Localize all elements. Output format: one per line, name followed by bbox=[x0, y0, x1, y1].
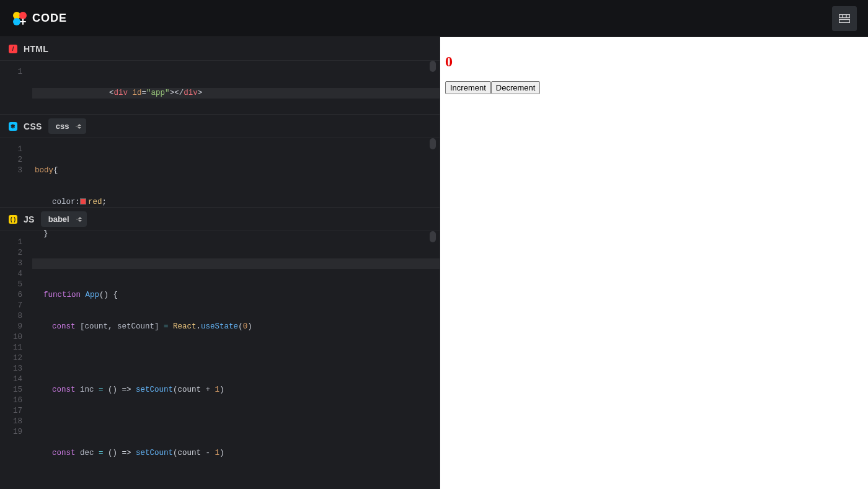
header: CODE bbox=[0, 0, 868, 37]
increment-button[interactable]: Increment bbox=[445, 81, 491, 94]
svg-rect-8 bbox=[839, 19, 850, 22]
line-number: 3 bbox=[0, 258, 22, 269]
line-number: 2 bbox=[0, 248, 22, 258]
line-number: 17 bbox=[0, 406, 22, 416]
preview-pane: 0 Increment Decrement bbox=[440, 37, 868, 489]
html-editor[interactable]: 1 <div id="app"></div> bbox=[0, 61, 440, 114]
line-number: 7 bbox=[0, 301, 22, 311]
line-number: 2 bbox=[0, 155, 22, 165]
preview-buttons: Increment Decrement bbox=[445, 81, 863, 94]
line-number: 3 bbox=[0, 165, 22, 176]
line-number: 18 bbox=[0, 416, 22, 427]
main-area: / HTML 1 <div id="app"></div> bbox=[0, 37, 868, 489]
scrollbar-thumb[interactable] bbox=[430, 138, 436, 149]
css-lang-icon: ✱ bbox=[9, 122, 17, 131]
svg-rect-5 bbox=[839, 14, 850, 17]
html-code[interactable]: <div id="app"></div> bbox=[27, 61, 440, 114]
svg-point-2 bbox=[13, 18, 20, 25]
panel-html-header[interactable]: / HTML bbox=[0, 37, 440, 61]
scrollbar-thumb[interactable] bbox=[430, 231, 436, 242]
svg-point-1 bbox=[19, 12, 27, 19]
line-number: 16 bbox=[0, 395, 22, 406]
line-number: 4 bbox=[0, 269, 22, 280]
preview-count: 0 bbox=[445, 53, 863, 70]
js-select-value: babel bbox=[48, 214, 69, 224]
editors-column: / HTML 1 <div id="app"></div> bbox=[0, 37, 440, 489]
line-number: 6 bbox=[0, 290, 22, 301]
logo-text: CODE bbox=[32, 12, 67, 25]
panel-js-title: JS bbox=[24, 214, 35, 224]
logo-icon bbox=[11, 10, 29, 27]
chevron-up-down-icon bbox=[78, 124, 81, 129]
line-number: 1 bbox=[0, 237, 22, 248]
chevron-up-down-icon bbox=[78, 217, 82, 222]
html-gutter: 1 bbox=[0, 61, 27, 114]
line-number: 10 bbox=[0, 332, 22, 343]
line-number: 14 bbox=[0, 374, 22, 385]
layout-toggle-button[interactable] bbox=[832, 6, 857, 31]
panel-html-title: HTML bbox=[24, 44, 48, 54]
css-gutter: 1 2 3 bbox=[0, 138, 27, 207]
line-number: 13 bbox=[0, 364, 22, 374]
line-number: 1 bbox=[0, 144, 22, 155]
html-lang-icon: / bbox=[9, 45, 17, 53]
css-code[interactable]: body{ color:red; } bbox=[27, 138, 440, 207]
line-number: 1 bbox=[0, 67, 22, 77]
js-gutter: 1 2 3 4 5 6 7 8 9 10 11 12 13 14 bbox=[0, 231, 27, 489]
js-lang-icon: ( ) bbox=[9, 215, 17, 224]
line-number: 8 bbox=[0, 311, 22, 322]
line-number: 19 bbox=[0, 427, 22, 438]
decrement-button[interactable]: Decrement bbox=[491, 81, 541, 94]
line-number: 12 bbox=[0, 353, 22, 364]
js-code[interactable]: function App() { const [count, setCount]… bbox=[27, 231, 440, 489]
line-number: 11 bbox=[0, 343, 22, 353]
css-select-value: css bbox=[56, 121, 69, 131]
css-preprocessor-select[interactable]: css bbox=[48, 118, 87, 134]
js-preprocessor-select[interactable]: babel bbox=[41, 211, 87, 227]
line-number: 9 bbox=[0, 322, 22, 332]
layout-icon bbox=[839, 14, 850, 23]
line-number: 15 bbox=[0, 385, 22, 395]
css-editor[interactable]: 1 2 3 body{ color:red; } bbox=[0, 138, 440, 207]
line-number: 5 bbox=[0, 280, 22, 290]
app-root: CODE / HTML 1 bbox=[0, 0, 868, 489]
color-swatch-icon bbox=[80, 198, 86, 205]
panel-js: ( ) JS babel 1 2 3 4 5 6 7 bbox=[0, 208, 440, 489]
scrollbar-thumb[interactable] bbox=[430, 61, 436, 72]
js-editor[interactable]: 1 2 3 4 5 6 7 8 9 10 11 12 13 14 bbox=[0, 231, 440, 489]
panel-html: / HTML 1 <div id="app"></div> bbox=[0, 37, 440, 115]
logo[interactable]: CODE bbox=[11, 10, 67, 27]
